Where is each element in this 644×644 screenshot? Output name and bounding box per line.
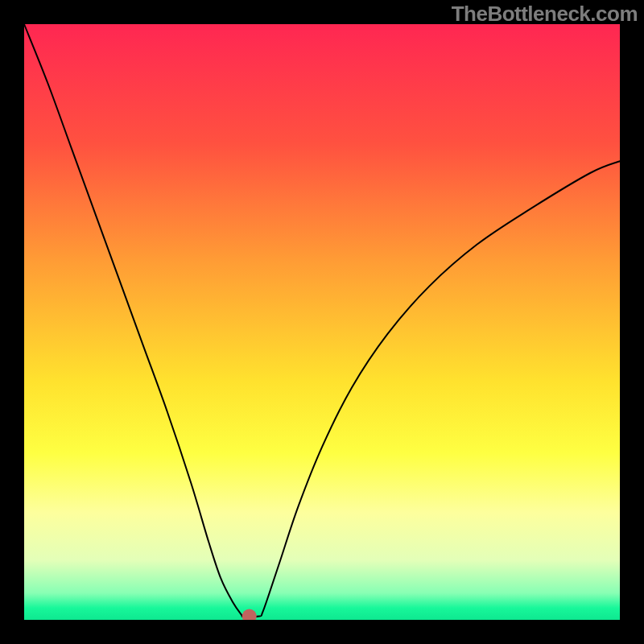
plot-border [0, 0, 24, 644]
bottleneck-chart [0, 0, 644, 644]
watermark-text: TheBottleneck.com [452, 2, 638, 27]
plot-border [620, 0, 644, 644]
plot-background [24, 24, 620, 620]
chart-frame: TheBottleneck.com [0, 0, 644, 644]
plot-border [0, 620, 644, 644]
